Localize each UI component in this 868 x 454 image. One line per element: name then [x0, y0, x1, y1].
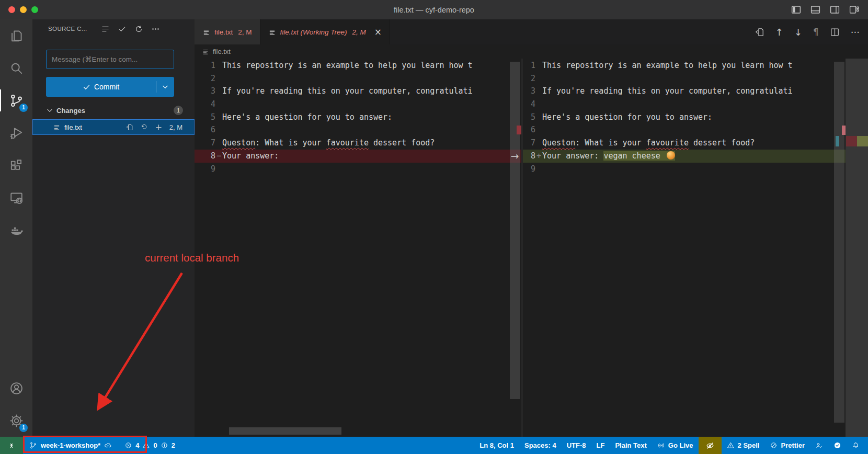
- encoding-setting[interactable]: UTF-8: [562, 437, 591, 454]
- code-line[interactable]: 9: [195, 163, 521, 176]
- code-line[interactable]: 7Queston: What is your favourite dessert…: [523, 137, 868, 150]
- diff-sign: [215, 123, 222, 137]
- diff-sign: [535, 72, 542, 85]
- code-line[interactable]: 6: [523, 123, 868, 137]
- diff-modified-pane[interactable]: 1This repository is an example to help y…: [523, 59, 868, 437]
- refresh-icon[interactable]: [134, 25, 143, 33]
- code-line[interactable]: 8+Your answer: vegan cheese: [523, 150, 868, 163]
- commit-message-input[interactable]: [46, 50, 174, 69]
- open-changes-icon[interactable]: [755, 27, 764, 37]
- next-change-icon[interactable]: ↓: [794, 27, 802, 38]
- line-number: 2: [523, 72, 535, 85]
- infos-icon: [161, 441, 168, 449]
- diff-sign: [215, 72, 222, 85]
- feedback-button[interactable]: [810, 437, 828, 454]
- minimize-window-button[interactable]: [20, 6, 27, 13]
- commit-dropdown-button[interactable]: [156, 83, 174, 90]
- tab-file-txt[interactable]: file.txt 2, M: [195, 19, 260, 44]
- vertical-scrollbar[interactable]: [834, 62, 844, 423]
- notifications-button[interactable]: [847, 437, 865, 454]
- code-line[interactable]: 4: [195, 98, 521, 111]
- horizontal-scrollbar[interactable]: [229, 427, 341, 435]
- discard-changes-icon[interactable]: [140, 123, 148, 131]
- remote-icon: [9, 190, 24, 206]
- diff-original-pane[interactable]: 1This repository is an example to help y…: [195, 59, 521, 437]
- revert-change-arrow-icon[interactable]: →: [507, 150, 523, 163]
- warnings-count: 0: [153, 441, 157, 449]
- line-number: 4: [195, 98, 215, 111]
- debug-icon: [9, 126, 24, 141]
- activity-bar-item-docker[interactable]: [0, 214, 32, 246]
- diff-sign: [535, 111, 542, 124]
- prettier-icon: [770, 441, 778, 449]
- activity-bar-item-search[interactable]: [0, 52, 32, 84]
- more-actions-icon[interactable]: [151, 25, 160, 33]
- code-line[interactable]: 1This repository is an example to help y…: [195, 59, 521, 72]
- open-file-icon[interactable]: [125, 123, 133, 131]
- spell-checker-toggle[interactable]: [699, 437, 722, 454]
- diff-sign: [215, 163, 222, 176]
- code-line[interactable]: 4: [523, 98, 868, 111]
- activity-bar-item-extensions[interactable]: [0, 149, 32, 181]
- infos-count: 2: [172, 441, 175, 449]
- code-line[interactable]: 3If you're reading this on your computer…: [523, 85, 868, 98]
- diff-sign: [215, 59, 222, 72]
- badge: 1: [19, 424, 28, 432]
- code-line[interactable]: 1This repository is an example to help y…: [523, 59, 868, 72]
- pie-emoji: [667, 151, 675, 160]
- indentation-setting[interactable]: Spaces: 4: [519, 437, 562, 454]
- tab-file-txt-working-tree[interactable]: file.txt (Working Tree) 2, M ×: [260, 19, 391, 44]
- diff-sign: [535, 123, 542, 137]
- activity-bar-item-settings[interactable]: 1: [0, 404, 32, 437]
- layout-panel-icon[interactable]: [810, 4, 821, 15]
- breadcrumb[interactable]: file.txt: [195, 44, 868, 59]
- previous-change-icon[interactable]: ↑: [775, 27, 783, 38]
- window-controls[interactable]: [8, 6, 38, 13]
- stage-changes-icon[interactable]: [155, 123, 163, 131]
- layout-sidebar-left-icon[interactable]: [791, 4, 802, 15]
- activity-bar-item-remote-explorer[interactable]: [0, 181, 32, 214]
- cursor-position[interactable]: Ln 8, Col 1: [474, 437, 519, 454]
- line-number: 4: [523, 98, 535, 111]
- layout-customize-icon[interactable]: [849, 4, 860, 15]
- code-line[interactable]: 3If you're reading this on your computer…: [195, 85, 521, 98]
- changed-file-row[interactable]: file.txt 2, M: [32, 119, 195, 135]
- code-line[interactable]: 6: [195, 123, 521, 137]
- activity-bar-item-accounts[interactable]: [0, 372, 32, 404]
- remote-indicator[interactable]: [0, 437, 23, 454]
- tab-label: file.txt: [214, 28, 233, 36]
- account-icon: [9, 381, 24, 396]
- split-editor-icon[interactable]: [830, 27, 840, 37]
- eol-setting[interactable]: LF: [591, 437, 610, 454]
- layout-sidebar-right-icon[interactable]: [829, 4, 840, 15]
- code-line[interactable]: 5Here's a question for you to answer:: [195, 111, 521, 124]
- language-mode[interactable]: Plain Text: [610, 437, 652, 454]
- backup-sync-status[interactable]: [828, 437, 847, 454]
- remote-chevrons-icon: [7, 441, 16, 450]
- more-actions-icon[interactable]: ···: [851, 27, 860, 38]
- go-live-button[interactable]: Go Live: [652, 437, 699, 454]
- close-tab-icon[interactable]: ×: [374, 27, 382, 37]
- zoom-window-button[interactable]: [31, 6, 38, 13]
- code-line[interactable]: 9: [523, 163, 868, 176]
- commit-check-icon[interactable]: [118, 25, 127, 33]
- code-line[interactable]: 2: [195, 72, 521, 85]
- activity-bar-item-source-control[interactable]: 1: [0, 84, 32, 117]
- code-line[interactable]: 8−Your answer:: [195, 150, 521, 163]
- code-line[interactable]: 2: [523, 72, 868, 85]
- view-as-list-icon[interactable]: [101, 25, 110, 33]
- commit-button[interactable]: Commit: [46, 77, 174, 97]
- activity-bar-item-run-debug[interactable]: [0, 117, 32, 149]
- line-number: 3: [523, 85, 535, 98]
- prettier-status[interactable]: Prettier: [764, 437, 810, 454]
- code-line[interactable]: 7Queston: What is your favourite dessert…: [195, 137, 521, 150]
- activity-bar-item-explorer[interactable]: [0, 19, 32, 52]
- check-circle-icon: [833, 441, 841, 449]
- code-line[interactable]: 5Here's a question for you to answer:: [523, 111, 868, 124]
- spell-problems[interactable]: 2 Spell: [722, 437, 765, 454]
- render-whitespace-icon[interactable]: ¶: [813, 27, 819, 37]
- scrollbar-info-mark: [836, 136, 839, 146]
- close-window-button[interactable]: [8, 6, 15, 13]
- changes-section-header[interactable]: Changes 1: [32, 103, 195, 118]
- vertical-scrollbar[interactable]: [510, 62, 520, 399]
